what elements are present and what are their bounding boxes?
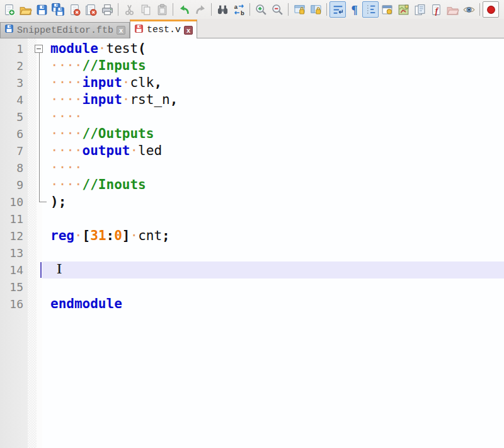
line-number[interactable]: 8 <box>0 159 28 176</box>
close-button[interactable] <box>66 1 83 18</box>
new-file-button[interactable] <box>1 1 17 18</box>
line-number[interactable]: 1 <box>0 40 28 57</box>
tab-close-icon[interactable]: x <box>184 26 193 35</box>
line-number[interactable]: 10 <box>0 193 28 210</box>
token-ws: · <box>130 143 138 158</box>
code-text[interactable]: ····output·led <box>42 142 504 159</box>
code-line-4[interactable]: 4····input·rst_n, <box>0 91 504 108</box>
line-number[interactable]: 12 <box>0 227 28 244</box>
tab-snippeteditor-ftb[interactable]: SnippetEditor.ftbx <box>0 22 130 38</box>
bookmark-cell[interactable] <box>28 176 37 193</box>
line-number[interactable]: 4 <box>0 91 28 108</box>
code-editor[interactable]: 1module·test(2····//Inputs3····input·clk… <box>0 38 504 448</box>
save-all-button[interactable] <box>50 1 66 18</box>
code-line-8[interactable]: 8···· <box>0 159 504 176</box>
code-line-5[interactable]: 5···· <box>0 108 504 125</box>
code-line-7[interactable]: 7····output·led <box>0 142 504 159</box>
close-all-button[interactable] <box>83 1 99 18</box>
indent-guide-button[interactable] <box>362 1 379 18</box>
code-text[interactable] <box>42 244 504 261</box>
line-number[interactable]: 13 <box>0 244 28 261</box>
bookmark-cell[interactable] <box>28 108 37 125</box>
code-line-1[interactable]: 1module·test( <box>0 40 504 57</box>
replace-button[interactable]: ab <box>231 1 247 18</box>
line-number[interactable]: 3 <box>0 74 28 91</box>
save-button[interactable] <box>33 1 50 18</box>
zoom-out-button[interactable] <box>269 1 285 18</box>
code-line-16[interactable]: 16endmodule <box>0 296 504 313</box>
line-number[interactable]: 2 <box>0 57 28 74</box>
code-line-10[interactable]: 10); <box>0 193 504 210</box>
code-text[interactable]: ····input·rst_n, <box>42 91 504 108</box>
code-line-9[interactable]: 9····//Inouts <box>0 176 504 193</box>
code-line-15[interactable]: 15 <box>0 279 504 296</box>
code-text[interactable]: ····//Inputs <box>42 57 504 74</box>
code-text[interactable] <box>42 210 504 227</box>
show-all-characters-button[interactable]: ¶ <box>346 1 362 18</box>
undo-button[interactable] <box>176 1 192 18</box>
save-icon <box>35 3 49 16</box>
bookmark-cell[interactable] <box>28 142 37 159</box>
line-number[interactable]: 14 <box>0 261 28 279</box>
print-button[interactable] <box>99 1 115 18</box>
code-line-3[interactable]: 3····input·clk, <box>0 74 504 91</box>
tab-close-icon[interactable]: x <box>117 26 125 35</box>
bookmark-cell[interactable] <box>28 210 37 227</box>
code-line-11[interactable]: 11 <box>0 210 504 227</box>
new-file-icon <box>3 3 16 16</box>
user-define-dialog-button[interactable] <box>379 1 395 18</box>
bookmark-cell[interactable] <box>28 193 37 210</box>
code-line-2[interactable]: 2····//Inputs <box>0 57 504 74</box>
bookmark-cell[interactable] <box>28 125 37 142</box>
code-text[interactable]: ); <box>42 193 504 210</box>
line-number[interactable]: 7 <box>0 142 28 159</box>
monitoring-icon <box>462 3 476 16</box>
line-number[interactable]: 16 <box>0 296 28 313</box>
bookmark-cell[interactable] <box>28 279 37 296</box>
line-number[interactable]: 5 <box>0 108 28 125</box>
line-number[interactable]: 9 <box>0 176 28 193</box>
code-line-13[interactable]: 13 <box>0 244 504 261</box>
code-text[interactable]: ···· <box>42 108 504 125</box>
code-text[interactable] <box>42 261 504 279</box>
bookmark-cell[interactable] <box>28 74 37 91</box>
open-file-button[interactable] <box>17 1 33 18</box>
tab-test-v[interactable]: test.vx <box>130 20 197 38</box>
fold-line <box>39 53 40 57</box>
sync-horizontal-scroll-button[interactable] <box>307 1 324 18</box>
fold-collapse-icon[interactable] <box>35 45 43 53</box>
code-text[interactable]: ····input·clk, <box>42 74 504 91</box>
bookmark-cell[interactable] <box>28 244 37 261</box>
open-file-icon <box>19 3 32 16</box>
code-text[interactable]: ····//Outputs <box>42 125 504 142</box>
find-button[interactable] <box>214 1 231 18</box>
line-number[interactable]: 15 <box>0 279 28 296</box>
code-text[interactable]: endmodule <box>42 296 504 313</box>
sync-vertical-scroll-button[interactable] <box>291 1 307 18</box>
bookmark-cell[interactable] <box>28 227 37 244</box>
record-macro-button[interactable] <box>483 1 499 18</box>
bookmark-cell[interactable] <box>28 91 37 108</box>
code-line-14[interactable]: 14 <box>0 261 504 279</box>
zoom-in-button[interactable] <box>253 1 269 18</box>
code-text[interactable]: ···· <box>42 159 504 176</box>
bookmark-cell[interactable] <box>28 296 37 313</box>
code-text[interactable] <box>42 279 504 296</box>
code-text[interactable]: module·test( <box>42 40 504 57</box>
document-switcher-button[interactable] <box>411 1 428 18</box>
line-number[interactable]: 6 <box>0 125 28 142</box>
bookmark-cell[interactable] <box>28 261 37 279</box>
token-com: //Outputs <box>83 126 154 141</box>
word-wrap-button[interactable] <box>329 1 346 18</box>
bookmark-cell[interactable] <box>28 57 37 74</box>
fold-cell[interactable] <box>37 40 42 57</box>
code-text[interactable]: reg·[31:0]·cnt; <box>42 227 504 244</box>
code-line-6[interactable]: 6····//Outputs <box>0 125 504 142</box>
document-map-button[interactable] <box>395 1 411 18</box>
code-line-12[interactable]: 12reg·[31:0]·cnt; <box>0 227 504 244</box>
line-number[interactable]: 11 <box>0 210 28 227</box>
monitoring-button[interactable] <box>461 1 477 18</box>
bookmark-cell[interactable] <box>28 159 37 176</box>
code-text[interactable]: ····//Inouts <box>42 176 504 193</box>
function-list-button[interactable]: f <box>428 1 444 18</box>
